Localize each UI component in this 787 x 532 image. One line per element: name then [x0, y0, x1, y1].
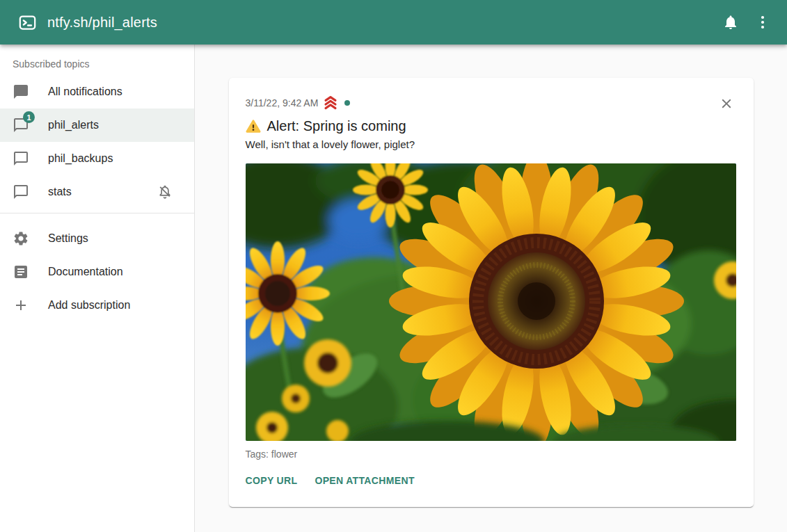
sidebar-item-phil-backups[interactable]: phil_backups — [0, 142, 194, 175]
attachment-image[interactable] — [246, 163, 736, 441]
close-icon — [719, 96, 734, 111]
notification-actions: COPY URL OPEN ATTACHMENT — [246, 468, 737, 493]
main-content: 3/11/22, 9:42 AM — [195, 45, 787, 532]
sidebar: Subscribed topics All notifications 1 ph… — [0, 45, 195, 532]
notification-tags: Tags: flower — [246, 449, 737, 460]
close-notification-button[interactable] — [716, 93, 737, 114]
bell-off-icon — [157, 184, 173, 200]
plus-icon — [13, 297, 29, 314]
sidebar-item-label: stats — [48, 186, 72, 198]
sidebar-item-label: Documentation — [48, 266, 123, 278]
open-attachment-button[interactable]: OPEN ATTACHMENT — [315, 468, 414, 493]
copy-url-button[interactable]: COPY URL — [246, 468, 298, 493]
sidebar-item-stats[interactable]: stats — [0, 175, 194, 209]
chat-bubble-outline-icon — [13, 150, 29, 167]
chat-bubble-outline-icon: 1 — [13, 117, 29, 134]
notification-card: 3/11/22, 9:42 AM — [229, 78, 754, 507]
sidebar-item-add-subscription[interactable]: Add subscription — [0, 289, 194, 322]
sidebar-item-label: Settings — [48, 232, 88, 245]
unread-count-badge: 1 — [23, 111, 35, 123]
chat-bubble-outline-icon — [13, 184, 29, 200]
notification-meta: 3/11/22, 9:42 AM — [246, 93, 351, 110]
notification-title-row: Alert: Spring is coming — [246, 118, 737, 134]
priority-max-chevrons-icon — [323, 95, 338, 110]
sidebar-item-documentation[interactable]: Documentation — [0, 255, 194, 289]
bell-icon — [722, 14, 739, 31]
unread-dot-indicator — [344, 100, 350, 106]
sidebar-item-label: All notifications — [48, 86, 122, 98]
overflow-menu-button[interactable] — [747, 6, 779, 38]
gear-icon — [13, 230, 29, 247]
sidebar-item-label: phil_backups — [48, 152, 113, 165]
notification-timestamp: 3/11/22, 9:42 AM — [246, 97, 319, 108]
sidebar-item-phil-alerts[interactable]: 1 phil_alerts — [0, 108, 194, 142]
document-icon — [13, 264, 29, 280]
terminal-logo-icon — [18, 13, 37, 32]
notifications-bell-button[interactable] — [715, 6, 747, 38]
warning-triangle-emoji-icon — [246, 119, 261, 134]
appbar: ntfy.sh/phil_alerts — [0, 0, 787, 45]
appbar-title: ntfy.sh/phil_alerts — [47, 15, 157, 31]
sidebar-item-label: phil_alerts — [48, 119, 99, 131]
sidebar-item-all-notifications[interactable]: All notifications — [0, 75, 194, 108]
notification-body: Well, isn't that a lovely flower, piglet… — [246, 138, 737, 150]
subscribed-topics-label: Subscribed topics — [13, 58, 194, 70]
sidebar-item-label: Add subscription — [48, 299, 130, 312]
notification-title: Alert: Spring is coming — [267, 118, 406, 134]
chat-bubble-filled-icon — [13, 83, 29, 100]
sidebar-divider — [0, 213, 194, 213]
kebab-menu-icon — [754, 14, 771, 31]
sidebar-item-settings[interactable]: Settings — [0, 222, 194, 255]
